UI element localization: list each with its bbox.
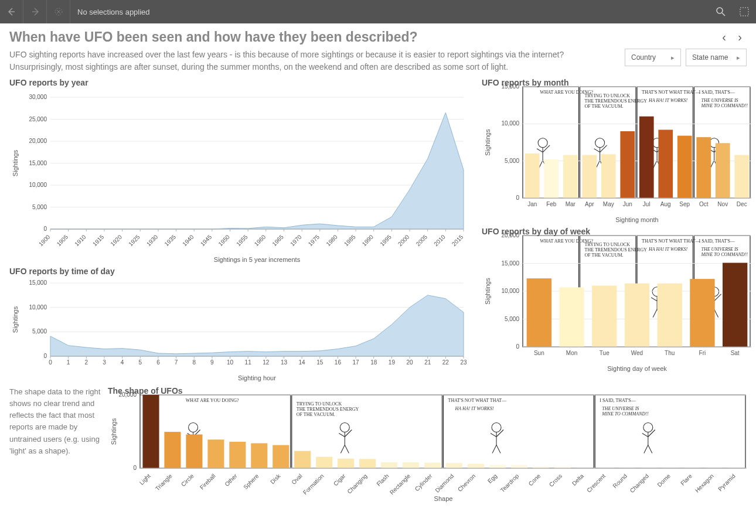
svg-text:4: 4 [121,359,124,366]
svg-text:2000: 2000 [397,233,411,247]
svg-text:15,000: 15,000 [501,260,519,267]
svg-text:1990: 1990 [361,233,375,247]
svg-text:Oval: Oval [290,473,303,486]
svg-text:5,000: 5,000 [32,328,47,335]
svg-text:Diamond: Diamond [434,473,455,494]
svg-text:Mar: Mar [566,201,576,207]
svg-text:12: 12 [263,359,270,366]
search-icon[interactable] [709,0,733,23]
svg-rect-164 [639,117,654,198]
svg-text:1910: 1910 [73,233,87,247]
svg-text:23: 23 [460,359,467,366]
svg-text:Cone: Cone [527,472,542,487]
svg-text:1900: 1900 [38,233,52,247]
svg-text:Mon: Mon [566,350,577,356]
svg-text:Sep: Sep [679,201,690,207]
svg-rect-264 [424,463,441,468]
svg-text:1965: 1965 [271,233,285,247]
svg-rect-260 [381,462,397,468]
chart-month[interactable]: WHAT ARE YOU DOING?TRYING TO UNLOCKTHE T… [482,78,756,224]
svg-text:Jun: Jun [623,201,632,207]
svg-point-3 [717,8,723,13]
svg-text:Sightings: Sightings [110,418,117,445]
svg-text:Chevron: Chevron [457,473,477,493]
svg-text:1975: 1975 [307,233,321,247]
svg-rect-172 [716,143,730,198]
svg-text:1905: 1905 [56,233,70,247]
chart-shape[interactable]: WHAT ARE YOU DOING?TRYING TO UNLOCKTHE T… [108,386,756,503]
chart-hour[interactable]: 05,00010,00015,0000123456789101112131415… [9,277,478,383]
svg-text:THAT'S NOT WHAT THAT—: THAT'S NOT WHAT THAT— [642,90,701,95]
svg-text:5: 5 [138,359,142,366]
svg-text:25,000: 25,000 [29,116,47,122]
forward-icon[interactable] [23,0,47,23]
svg-text:8: 8 [192,359,196,366]
svg-text:1985: 1985 [343,233,357,247]
svg-text:Sightings: Sightings [484,278,491,305]
svg-text:HA HA! IT WORKS!: HA HA! IT WORKS! [648,98,687,103]
svg-text:1915: 1915 [91,233,105,247]
svg-text:Shape: Shape [434,495,453,502]
svg-text:Crescent: Crescent [585,472,607,493]
svg-text:22: 22 [442,359,449,366]
svg-text:1935: 1935 [163,233,177,247]
chart-year[interactable]: 05,00010,00015,00020,00025,00030,0001900… [9,88,478,264]
svg-text:15,000: 15,000 [29,279,47,286]
svg-text:Circle: Circle [180,472,195,487]
svg-text:Dome: Dome [656,472,672,488]
svg-text:THE UNIVERSE ISMINE TO COMMAND: THE UNIVERSE ISMINE TO COMMAND!! [701,98,748,108]
page-title: When have UFO been seen and how have the… [9,29,418,45]
svg-text:6: 6 [156,359,160,366]
svg-text:Round: Round [611,473,628,490]
svg-text:0: 0 [49,359,52,366]
svg-rect-5 [740,8,748,16]
svg-text:15,000: 15,000 [29,160,47,166]
svg-text:Tue: Tue [600,350,609,356]
top-toolbar: No selections applied [0,0,756,23]
clear-selections-icon[interactable] [47,0,70,23]
filter-country[interactable]: Country▸ [625,49,681,66]
svg-text:7: 7 [175,359,178,366]
svg-text:1940: 1940 [181,233,195,247]
svg-text:9: 9 [210,359,214,366]
svg-point-133 [595,138,605,148]
svg-rect-152 [525,154,540,198]
svg-rect-170 [696,137,711,198]
svg-text:1950: 1950 [217,233,231,247]
svg-text:Sun: Sun [534,350,544,356]
svg-text:Apr: Apr [585,201,594,207]
svg-rect-160 [601,154,616,198]
svg-text:2015: 2015 [451,233,465,247]
shape-note: The shape data to the right shows no cle… [9,386,103,503]
svg-rect-254 [316,457,332,468]
svg-text:20,000: 20,000 [29,138,47,144]
svg-text:Other: Other [223,472,239,487]
svg-rect-203 [527,278,551,347]
svg-line-4 [722,13,725,16]
svg-text:30,000: 30,000 [29,94,47,100]
svg-rect-270 [489,465,506,468]
svg-text:10,000: 10,000 [501,120,519,127]
prev-sheet-button[interactable]: ‹ [717,30,731,43]
svg-text:0: 0 [516,195,519,201]
back-icon[interactable] [0,0,23,23]
chart-dow[interactable]: WHAT ARE YOU DOING?TRYING TO UNLOCKTHE T… [482,227,756,373]
svg-text:Rectangle: Rectangle [389,472,412,496]
svg-text:Cigar: Cigar [332,472,347,487]
svg-text:15: 15 [316,359,323,366]
svg-text:Sighting month: Sighting month [615,216,658,223]
svg-rect-205 [559,287,584,347]
svg-rect-168 [677,136,692,198]
next-sheet-button[interactable]: › [733,30,747,43]
filter-state[interactable]: State name▸ [686,49,747,66]
chart-year-title: UFO reports by year [9,78,478,87]
svg-text:Formation: Formation [302,473,325,496]
sheet-body: When have UFO been seen and how have the… [0,23,756,509]
svg-text:THE UNIVERSE ISMINE TO COMMAND: THE UNIVERSE ISMINE TO COMMAND!! [601,406,649,417]
svg-text:THAT'S NOT WHAT THAT—: THAT'S NOT WHAT THAT— [642,238,701,244]
svg-text:2010: 2010 [433,233,447,247]
svg-text:0: 0 [43,226,47,232]
svg-text:Changing: Changing [346,473,368,495]
selections-tool-icon[interactable] [733,0,756,23]
caret-right-icon: ▸ [737,54,740,62]
